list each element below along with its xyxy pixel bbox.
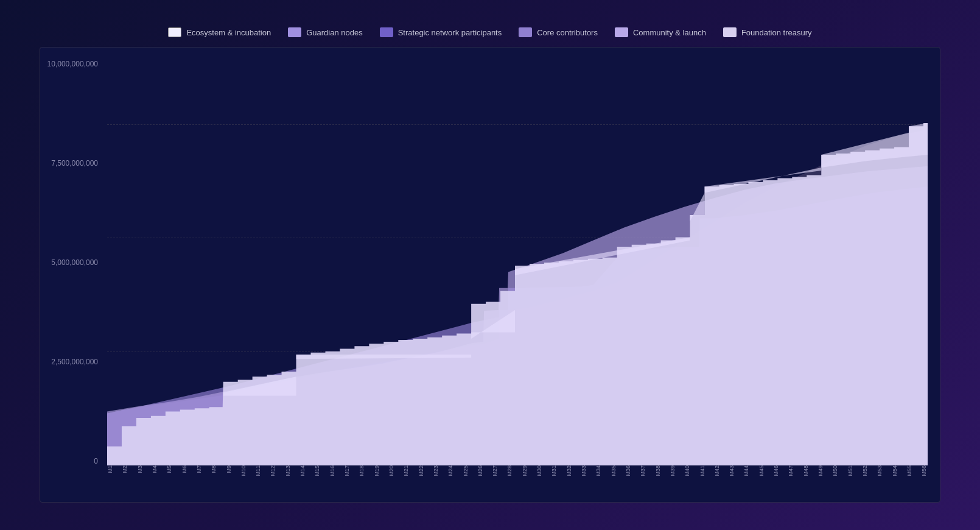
x-label-M44: M44 — [743, 465, 749, 476]
guardian-swatch — [288, 27, 301, 37]
x-label-M25: M25 — [463, 465, 469, 476]
x-label-M12: M12 — [270, 465, 276, 476]
foundation-label: Foundation treasury — [741, 28, 812, 37]
x-label-M1: M1 — [107, 465, 113, 473]
x-label-M14: M14 — [299, 465, 306, 476]
chart-inner — [107, 60, 928, 465]
x-label-M26: M26 — [477, 465, 483, 476]
legend-item-foundation: Foundation treasury — [723, 27, 812, 37]
x-label-M27: M27 — [492, 465, 498, 476]
legend-item-guardian: Guardian nodes — [288, 27, 363, 37]
x-label-M45: M45 — [758, 465, 765, 476]
legend-item-community: Community & launch — [615, 27, 706, 37]
x-label-M56: M56 — [921, 465, 927, 476]
x-label-M5: M5 — [166, 465, 172, 473]
x-label-M51: M51 — [847, 465, 853, 476]
x-label-M34: M34 — [595, 465, 601, 476]
x-label-M46: M46 — [773, 465, 779, 476]
x-label-M6: M6 — [181, 465, 187, 473]
x-label-M52: M52 — [862, 465, 868, 476]
x-label-M32: M32 — [566, 465, 572, 476]
x-label-M49: M49 — [817, 465, 824, 476]
x-label-M21: M21 — [403, 465, 409, 476]
x-label-M28: M28 — [506, 465, 513, 476]
ecosystem-swatch — [168, 27, 181, 37]
x-label-M9: M9 — [226, 465, 232, 473]
x-label-M15: M15 — [314, 465, 320, 476]
legend-item-ecosystem: Ecosystem & incubation — [168, 27, 271, 37]
x-label-M31: M31 — [551, 465, 557, 476]
x-label-M7: M7 — [196, 465, 202, 473]
x-label-M23: M23 — [433, 465, 439, 476]
x-label-M2: M2 — [122, 465, 128, 473]
chart-container: Ecosystem & incubation Guardian nodes St… — [40, 27, 940, 503]
ecosystem-label: Ecosystem & incubation — [186, 28, 271, 37]
strategic-label: Strategic network participants — [398, 28, 502, 37]
x-label-M22: M22 — [418, 465, 424, 476]
chart-svg — [107, 60, 928, 465]
x-label-M38: M38 — [655, 465, 661, 476]
x-label-M29: M29 — [522, 465, 528, 476]
x-label-M16: M16 — [329, 465, 335, 476]
x-label-M18: M18 — [359, 465, 365, 476]
x-label-M13: M13 — [285, 465, 291, 476]
x-label-M3: M3 — [137, 465, 143, 473]
y-label-4: 10,000,000,000 — [40, 60, 98, 68]
x-label-M55: M55 — [906, 465, 912, 476]
x-label-M53: M53 — [877, 465, 883, 476]
chart-area: 0 2,500,000,000 5,000,000,000 7,500,000,… — [40, 47, 940, 503]
x-axis: M1M2M3M4M5M6M7M8M9M10M11M12M13M14M15M16M… — [107, 465, 928, 499]
x-label-M17: M17 — [344, 465, 350, 476]
y-label-2: 5,000,000,000 — [40, 258, 98, 267]
x-label-M48: M48 — [803, 465, 809, 476]
community-label: Community & launch — [633, 28, 706, 37]
strategic-swatch — [380, 27, 393, 37]
x-label-M37: M37 — [640, 465, 646, 476]
x-label-M24: M24 — [447, 465, 453, 476]
x-label-M41: M41 — [699, 465, 705, 476]
core-label: Core contributors — [537, 28, 598, 37]
x-label-M36: M36 — [625, 465, 631, 476]
x-label-M30: M30 — [536, 465, 542, 476]
x-label-M33: M33 — [581, 465, 587, 476]
x-label-M11: M11 — [255, 465, 261, 476]
x-label-M50: M50 — [832, 465, 838, 476]
x-label-M10: M10 — [240, 465, 247, 476]
x-label-M39: M39 — [670, 465, 676, 476]
y-label-3: 7,500,000,000 — [40, 159, 98, 168]
foundation-swatch — [723, 27, 737, 37]
y-label-0: 0 — [40, 457, 98, 465]
legend-item-core: Core contributors — [519, 27, 598, 37]
x-label-M43: M43 — [729, 465, 735, 476]
community-swatch — [615, 27, 628, 37]
y-label-1: 2,500,000,000 — [40, 358, 98, 366]
x-label-M4: M4 — [152, 465, 158, 473]
x-label-M42: M42 — [714, 465, 720, 476]
x-label-M40: M40 — [684, 465, 690, 476]
x-label-M54: M54 — [892, 465, 898, 476]
guardian-label: Guardian nodes — [306, 28, 363, 37]
core-swatch — [519, 27, 532, 37]
x-label-M8: M8 — [211, 465, 217, 473]
x-label-M20: M20 — [388, 465, 394, 476]
legend-item-strategic: Strategic network participants — [380, 27, 502, 37]
legend: Ecosystem & incubation Guardian nodes St… — [168, 27, 811, 37]
y-axis: 0 2,500,000,000 5,000,000,000 7,500,000,… — [40, 60, 104, 465]
x-label-M35: M35 — [611, 465, 617, 476]
x-label-M19: M19 — [374, 465, 380, 476]
x-label-M47: M47 — [788, 465, 794, 476]
